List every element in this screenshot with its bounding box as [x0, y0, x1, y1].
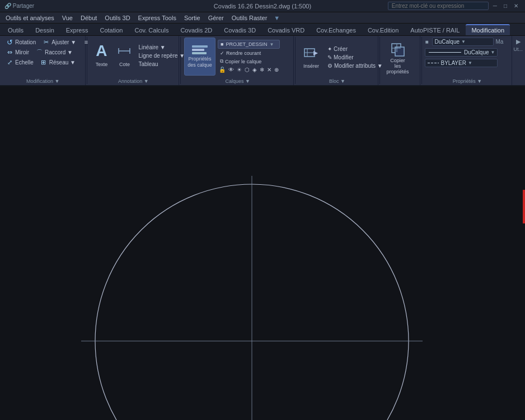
calques-panel-label[interactable]: Calques ▼ [182, 78, 293, 84]
miroir-button[interactable]: ⇔ Miroir [3, 48, 31, 57]
inserer-button[interactable]: Insérer [299, 38, 324, 76]
ducalque-caret: ▼ [461, 39, 466, 44]
calq-extra-icon: ⊕ [274, 67, 279, 73]
calq-icon-3[interactable]: ☀ [236, 66, 243, 73]
ducalque-line-dropdown[interactable]: DuCalque ▼ [425, 48, 498, 57]
tab-cov-calculs[interactable]: Cov. Calculs [129, 25, 174, 35]
calques-icon-row: ✓ Rendre courant [218, 50, 280, 57]
bylayer-line [428, 63, 439, 63]
cote-button[interactable]: Cote [114, 38, 134, 71]
minimize-button[interactable]: ─ [491, 3, 499, 9]
calq-icon-2[interactable]: 👁 [227, 66, 235, 73]
maximize-button[interactable]: □ [501, 3, 509, 9]
share-button[interactable]: 🔗 Partager [4, 3, 34, 9]
sep5 [421, 37, 422, 84]
texte-icon: A [92, 42, 110, 60]
bloc-panel-label[interactable]: Bloc ▼ [297, 78, 378, 84]
calq-lock-icon: 🔓 [219, 67, 226, 73]
calq-icon-1[interactable]: 🔓 [218, 66, 227, 73]
bylayer-dropdown[interactable]: BYLAYER ▼ [425, 59, 498, 67]
copier-panel: Copier les propriétés [381, 36, 420, 85]
right-edge-indicator [523, 190, 525, 223]
calq-freeze-icon: ❄ [260, 67, 264, 73]
calq-delete-icon: ✕ [267, 67, 271, 73]
ducalque-dropdown[interactable]: DuCalque ▼ [432, 38, 494, 46]
calq-icon-6[interactable]: ❄ [259, 66, 265, 73]
menu-outils-analyses[interactable]: Outils et analyses [2, 13, 58, 22]
bloc-buttons: ✦ Créer ✎ Modifier ⚙ Modifier attributs … [325, 45, 385, 69]
menu-debut[interactable]: Début [77, 13, 100, 22]
ducalque-icon: ■ [425, 39, 428, 45]
utilitaires-label: Ut... [513, 46, 523, 52]
proprietes-panel-label[interactable]: Propriétés ▼ [423, 78, 512, 84]
calq-icon-4[interactable]: ⬡ [243, 66, 251, 73]
reseau-icon: ⊞ [40, 58, 48, 66]
drawing-svg [0, 86, 525, 420]
window-title: Covadis 16.26 Dessin2.dwg (1:500) [214, 3, 311, 10]
tab-covadis-vrd[interactable]: Covadis VRD [262, 25, 310, 35]
proprietes-calque-button[interactable]: Propriétés des calque [184, 38, 215, 76]
title-bar-controls: ─ □ ✕ [388, 2, 521, 10]
raccord-button[interactable]: ⌒ Raccord ▼ [33, 48, 75, 57]
line-sample [429, 52, 461, 53]
tab-cov-echanges[interactable]: Cov.Echanges [311, 25, 362, 35]
command-search-input[interactable] [388, 2, 489, 10]
tab-dessin[interactable]: Dessin [30, 25, 60, 35]
creer-icon: ✦ [327, 46, 332, 52]
ducalque-row: ■ DuCalque ▼ Ma [425, 38, 503, 46]
ribbon-toggle[interactable]: ▼ [274, 15, 280, 21]
bloc-panel: Insérer ✦ Créer ✎ Modifier ⚙ Modifier at… [297, 36, 378, 85]
menu-bar: Outils et analyses Vue Début Outils 3D E… [0, 12, 525, 24]
calq-sun-icon: ☀ [237, 67, 242, 73]
raccord-icon: ⌒ [35, 48, 43, 56]
calques-small-icons: 🔓 👁 ☀ ⬡ ◈ [218, 66, 280, 73]
rendre-courant-button[interactable]: ✓ Rendre courant [218, 50, 263, 57]
close-button[interactable]: ✕ [512, 3, 521, 9]
tab-modification[interactable]: Modification [466, 24, 510, 35]
ducalque-line-caret: ▼ [491, 50, 495, 55]
ajuster-button[interactable]: ✂ Ajuster ▼ [40, 38, 78, 46]
modifier-button[interactable]: ✎ Modifier [325, 54, 385, 61]
modification-panel-label[interactable]: Modification ▼ [1, 78, 85, 84]
calq-icon-8[interactable]: ⊕ [273, 66, 280, 73]
annotation-panel: A Texte Cote [88, 36, 179, 85]
calq-icon-5[interactable]: ◈ [251, 66, 258, 73]
menu-gerer[interactable]: Gérer [205, 13, 227, 22]
annotation-panel-label[interactable]: Annotation ▼ [88, 78, 179, 84]
copier-proprietes-button[interactable]: Copier les propriétés [383, 39, 412, 77]
projet-dessin-color: ■ [221, 41, 223, 47]
ducalque-line-row: DuCalque ▼ [425, 48, 503, 57]
reseau-button[interactable]: ⊞ Réseau ▼ [38, 58, 78, 67]
copier-calque-button[interactable]: ⧉ Copier le calque [218, 58, 264, 65]
rotation-button[interactable]: ↺ Rotation [3, 38, 38, 46]
menu-vue[interactable]: Vue [59, 13, 76, 22]
creer-button[interactable]: ✦ Créer [325, 45, 385, 53]
menu-outils-3d[interactable]: Outils 3D [101, 13, 133, 22]
echelle-button[interactable]: ⤢ Echelle [3, 58, 36, 67]
tab-covadis-3d[interactable]: Covadis 3D [218, 25, 261, 35]
canvas-area[interactable] [0, 86, 525, 420]
expand-button[interactable]: ▶ [513, 38, 523, 45]
sep3 [295, 37, 296, 84]
lineaire-button[interactable]: Linéaire ▼ [136, 44, 187, 51]
tab-outils[interactable]: Outils [2, 25, 29, 35]
menu-sortie[interactable]: Sortie [181, 13, 204, 22]
tab-express[interactable]: Express [60, 25, 94, 35]
echelle-icon: ⤢ [6, 58, 13, 66]
ligne-repere-button[interactable]: Ligne de repère ▼ [136, 52, 187, 59]
copier-icon [390, 42, 406, 58]
modifier-attributs-button[interactable]: ⚙ Modifier attributs ▼ [325, 62, 385, 69]
tab-autopiste[interactable]: AutoPISTE / RAIL [405, 25, 465, 35]
tableau-button[interactable]: Tableau [136, 60, 187, 68]
projet-dessin-dropdown[interactable]: ■ PROJET_DESSIN ▼ [218, 40, 280, 49]
calq-visible-icon: 👁 [228, 67, 234, 73]
calq-icon-7[interactable]: ✕ [266, 66, 273, 73]
texte-button[interactable]: A Texte [90, 38, 112, 71]
menu-express-tools[interactable]: Express Tools [135, 13, 180, 22]
calques-panel: Propriétés des calque ■ PROJET_DESSIN ▼ … [182, 36, 294, 85]
tab-cotation[interactable]: Cotation [95, 25, 129, 35]
tab-covadis-2d[interactable]: Covadis 2D [175, 25, 218, 35]
menu-outils-raster[interactable]: Outils Raster [228, 13, 271, 22]
tab-cov-edition[interactable]: Cov.Edition [362, 25, 404, 35]
ribbon: ↺ Rotation ✂ Ajuster ▼ ≡ ⇔ Miroir ⌒ [0, 36, 525, 86]
